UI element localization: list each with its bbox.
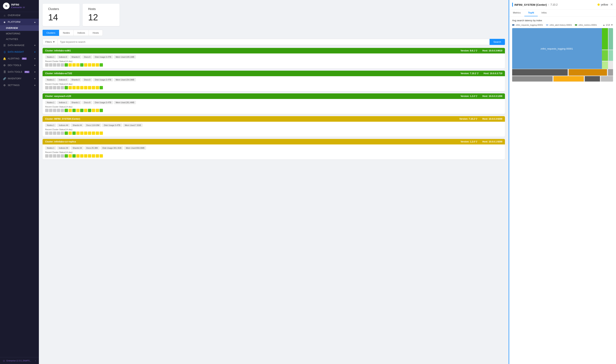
status-block — [57, 63, 60, 66]
legend-label-2: .infini_alert-history-00001 — [549, 24, 572, 26]
cluster-tag: Nodes:1 — [45, 101, 56, 104]
status-block — [53, 109, 56, 112]
treemap-block-4 — [602, 61, 608, 69]
sidebar-item-overview-sub[interactable]: OVERVIEW — [0, 25, 39, 31]
search-input[interactable] — [58, 39, 490, 45]
status-block — [72, 154, 76, 157]
cluster-card-cluster5[interactable]: Cluster: infinilabs-ccr-replica Version:… — [42, 139, 505, 159]
data-tools-icon: 🗄 — [3, 70, 6, 73]
chevron-down-icon5: ▼ — [34, 71, 36, 73]
cluster-tag: Shards:1 — [70, 101, 81, 104]
sidebar-item-data-insight[interactable]: ⟨⟩ DATA INSIGHT ▼ — [0, 49, 39, 55]
sidebar-item-data-tools[interactable]: 🗄 DATA TOOLS Pro ▼ — [0, 69, 39, 75]
status-block — [100, 86, 103, 89]
status-block — [53, 86, 56, 89]
treemap-block-3 — [602, 50, 608, 61]
sidebar-item-activities[interactable]: ACTIVITIES — [0, 37, 39, 42]
status-block — [68, 109, 72, 112]
treemap-block-bb-2 — [553, 76, 584, 82]
status-block — [84, 131, 87, 135]
treemap-block-bb-1 — [512, 76, 552, 82]
treemap-svg: .infini_requests_logging-00001 — [512, 28, 613, 82]
tab-clusters[interactable]: Clusters — [42, 30, 59, 36]
chevron-down-icon3: ▼ — [34, 58, 36, 60]
logo-product: Console /// — [11, 6, 25, 9]
status-block — [61, 109, 64, 112]
cluster-card-cluster4[interactable]: Cluster: INFINI_SYSTEM (Center) Version:… — [42, 116, 505, 137]
sidebar-item-inventory[interactable]: 🔗 INVENTORY ▼ — [0, 75, 39, 82]
cluster-tag: Disk Usage:3.4TB — [93, 78, 113, 81]
status-block — [80, 131, 83, 135]
cluster-card-cluster1[interactable]: Cluster: infinilabs-es861 Version: 8.6.1… — [42, 48, 505, 68]
status-block — [61, 86, 64, 89]
cluster-name: Cluster: infinilabs-es861 — [45, 49, 71, 52]
treemap-block-bottom-2 — [569, 69, 607, 76]
cluster-version: Version: 1.2.0 ▽ — [460, 140, 477, 143]
pro-badge: Pro — [22, 58, 27, 60]
cluster-name: Cluster: infinilabs-ccr-replica — [45, 140, 76, 143]
status-block — [76, 63, 80, 66]
sidebar-item-settings[interactable]: ⚙ SETTINGS ▼ — [0, 82, 39, 89]
sidebar-enterprise[interactable]: ◇ Enterprise (1.5.0_SNAPS... › — [0, 357, 39, 364]
main-content: Clusters 14 Hosts 12 Clusters Nodes Indi… — [39, 0, 509, 364]
status-block — [68, 154, 72, 157]
cluster-card-cluster2[interactable]: Cluster: infinilabs-es7102 Version: 7.10… — [42, 71, 505, 91]
treemap-block-bb-3 — [585, 76, 600, 82]
cluster-status-label: Recent Cluster Status(14 day) — [45, 151, 502, 153]
stat-hosts: Hosts 12 — [82, 4, 120, 26]
search-bar: Filters ▼ Search — [42, 39, 505, 45]
close-button[interactable]: ✕ — [610, 3, 613, 7]
next-icon[interactable]: ▼ — [611, 24, 613, 26]
chart-title: Avg search latency by index — [512, 19, 613, 22]
status-block — [49, 154, 52, 157]
status-block — [45, 109, 49, 112]
logo-icon: N — [3, 3, 10, 9]
rp-cluster-name: INFINI_SYSTEM (Center) — [514, 3, 547, 6]
cluster-tag: Shards:34 — [71, 146, 83, 150]
cluster-name: Cluster: easyseach-v120 — [45, 95, 71, 97]
cluster-tag: Indices:0 — [57, 55, 69, 59]
rp-nav-metrics[interactable]: Metrics — [509, 9, 524, 16]
status-block — [84, 63, 87, 66]
status-dot — [598, 3, 600, 6]
cluster-version: Version: 1.2.0 ▽ — [460, 95, 477, 97]
status-block — [65, 63, 68, 66]
status-block — [96, 86, 99, 89]
cluster-tag: Mem Used:109.1MB — [114, 55, 136, 59]
tab-hosts[interactable]: Hosts — [89, 30, 103, 36]
rp-nav-topn[interactable]: TopN — [524, 9, 538, 16]
prev-icon[interactable]: ▲ — [603, 24, 605, 26]
cluster-status-label: Recent Cluster Status(14 day) — [45, 83, 502, 85]
tab-indices[interactable]: Indices — [73, 30, 89, 36]
status-block — [57, 131, 60, 135]
tab-nodes[interactable]: Nodes — [59, 30, 74, 36]
search-button[interactable]: Search — [490, 39, 505, 45]
cluster-version: Version: 7.10.2 ▽ — [459, 118, 477, 120]
cluster-tag: Mem Used:656.6MB — [124, 146, 146, 150]
filter-button[interactable]: Filters ▼ — [42, 39, 58, 45]
cluster-tag: Indices:34 — [57, 146, 70, 150]
cluster-header: Cluster: infinilabs-es861 Version: 8.6.1… — [42, 48, 505, 53]
chevron-down-icon4: ▼ — [34, 64, 36, 66]
cluster-status-blocks — [45, 63, 502, 66]
cluster-tag: Shards:0 — [70, 55, 81, 59]
cluster-body: Nodes:1Indices:0Shards:0Docs:0Disk Usage… — [42, 76, 505, 91]
treemap-block-bottom-3 — [608, 69, 613, 76]
chevron-down-icon6: ▼ — [34, 78, 36, 80]
status-block — [61, 154, 64, 157]
sidebar-item-monitoring[interactable]: MONITORING — [0, 31, 39, 37]
sidebar-item-data-manage[interactable]: ☰ DATA MANAGE ▼ — [0, 42, 39, 49]
data-manage-icon: ☰ — [3, 44, 6, 47]
status-block — [96, 131, 99, 135]
rp-nav-infos[interactable]: Infos — [538, 9, 550, 16]
cluster-status-label: Recent Cluster Status(14 day) — [45, 128, 502, 130]
cluster-tag: Disk Usage:3.4TB — [93, 55, 113, 59]
sidebar-item-alerting[interactable]: 🔔 ALERTING Pro ▼ — [0, 55, 39, 62]
sidebar-item-platform[interactable]: ◈ PLATFORM ▲ — [0, 19, 39, 25]
status-block — [49, 131, 52, 135]
sidebar-item-overview[interactable]: ⌂ OVERVIEW — [0, 12, 39, 19]
status-block — [76, 131, 80, 135]
sidebar-item-dev-tools[interactable]: ⚙ DEV TOOLS ▼ — [0, 62, 39, 69]
cluster-card-cluster3[interactable]: Cluster: easyseach-v120 Version: 1.2.0 ▽… — [42, 93, 505, 114]
cluster-tags: Nodes:1Indices:0Shards:0Docs:0Disk Usage… — [45, 55, 502, 59]
